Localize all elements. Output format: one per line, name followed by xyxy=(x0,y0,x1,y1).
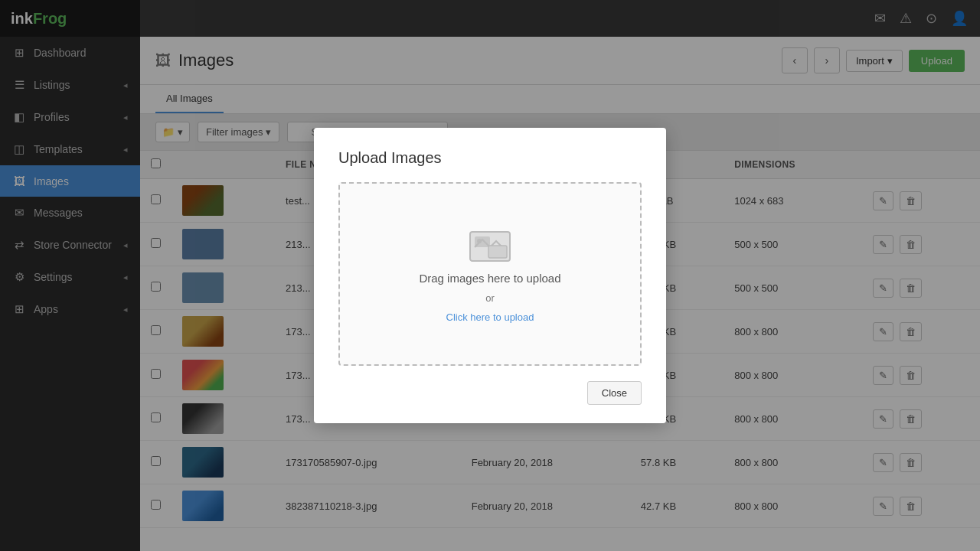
close-modal-button[interactable]: Close xyxy=(587,381,642,405)
svg-rect-3 xyxy=(488,246,507,258)
or-text: or xyxy=(485,292,495,304)
upload-modal: Upload Images Drag images here to upload… xyxy=(314,128,666,423)
modal-overlay: Upload Images Drag images here to upload… xyxy=(0,0,980,551)
drag-text: Drag images here to upload xyxy=(419,272,560,285)
drop-zone[interactable]: Drag images here to upload or Click here… xyxy=(338,182,642,366)
modal-footer: Close xyxy=(338,381,642,405)
click-upload-link[interactable]: Click here to upload xyxy=(446,311,534,323)
modal-title: Upload Images xyxy=(338,149,642,167)
drop-zone-icon xyxy=(467,226,513,264)
